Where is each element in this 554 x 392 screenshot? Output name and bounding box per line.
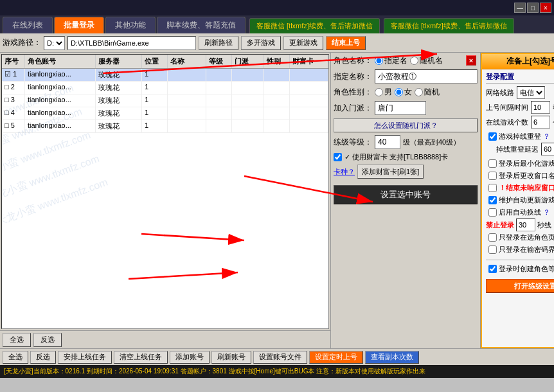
row-faction	[232, 107, 264, 120]
clear-task-button[interactable]: 清空上线任务	[114, 351, 168, 364]
male-radio[interactable]	[375, 88, 383, 96]
game-path-input[interactable]	[67, 36, 196, 50]
row-num: □ 4	[2, 107, 25, 120]
table-row[interactable]: □ 2 tianlongxiao... 玫瑰花 1	[2, 82, 328, 94]
specify-name-row: 指定名称：	[334, 69, 478, 84]
row-name	[168, 107, 206, 120]
login-time-label: 登录时创建角色等级	[499, 264, 554, 274]
form-close-button[interactable]: ×	[466, 55, 476, 66]
update-game-button[interactable]: 更新游戏	[283, 36, 323, 50]
only-pw-page-checkbox[interactable]	[488, 245, 497, 254]
row-level	[206, 82, 232, 94]
random-gender-label: 随机	[424, 87, 440, 98]
level-hint: 级（最高到40级）	[403, 138, 460, 147]
female-radio[interactable]	[395, 88, 403, 96]
check-script-button[interactable]: 查看副本次数	[365, 351, 419, 364]
delay-input[interactable]	[541, 143, 554, 156]
set-account-button[interactable]: 设置选中账号	[334, 185, 478, 204]
interval-input[interactable]	[531, 101, 550, 114]
faction-input[interactable]	[375, 101, 426, 115]
no-respond-label: ！结束未响应窗口！	[499, 183, 554, 193]
add-account-button[interactable]: 添加账号	[170, 351, 210, 364]
col-header-server: 服务器	[96, 55, 142, 68]
taskbar-invert-button[interactable]: 反选	[30, 351, 56, 364]
male-radio-label[interactable]: 男	[375, 87, 392, 98]
ban-input[interactable]	[516, 218, 535, 231]
col-header-level: 等级	[206, 55, 232, 68]
tab-script-recharge[interactable]: 脚本续费、答题充值	[157, 17, 246, 33]
row-name	[168, 69, 206, 81]
online-count-input[interactable]	[531, 116, 550, 129]
only-select-page-label: 只登录在选角色页面	[499, 233, 554, 242]
how-faction-button[interactable]: 怎么设置随机门派？	[334, 118, 478, 132]
row-faction	[232, 94, 264, 107]
select-all-left-button[interactable]: 全选	[3, 333, 31, 347]
multi-game-button[interactable]: 多开游戏	[241, 36, 281, 50]
maximize-button[interactable]: □	[527, 3, 539, 13]
row-gender	[264, 120, 290, 132]
tab-other-functions[interactable]: 其他功能	[105, 17, 156, 33]
minimize-checkbox[interactable]	[488, 159, 497, 168]
only-select-page-check-row: 只登录在选角色页面	[486, 231, 554, 244]
col-header-card: 财富卡	[290, 55, 328, 68]
row-num: □ 5	[2, 120, 25, 132]
table-row[interactable]: □ 5 tianlongxiao... 玫瑰花 1	[2, 120, 328, 133]
prepare-section: 准备上[勾选]号... 登录配置 网络线路 电信 上号间隔时间 秒	[481, 53, 554, 348]
respawn-checkbox[interactable]	[488, 132, 497, 141]
random-gender-radio-label[interactable]: 随机	[415, 87, 440, 98]
title-bar: — □ ×	[0, 0, 554, 15]
row-num: □ 3	[2, 94, 25, 107]
respawn-check-row: 游戏掉线重登 ？	[486, 130, 554, 143]
specify-name-radio[interactable]	[375, 57, 383, 65]
auto-switch-help-link[interactable]: ？	[543, 208, 550, 217]
use-card-checkbox[interactable]	[334, 153, 342, 161]
interval-label: 上号间隔时间	[486, 103, 528, 112]
taskbar-select-all-button[interactable]: 全选	[3, 351, 28, 364]
row-card	[290, 69, 328, 81]
open-level-button[interactable]: 打开练级设置	[486, 279, 554, 293]
specify-name-radio-label[interactable]: 指定名	[375, 55, 407, 66]
close-button[interactable]: ×	[540, 3, 551, 13]
refresh-path-button[interactable]: 刷新路径	[199, 36, 238, 50]
arrange-task-button[interactable]: 安排上线任务	[58, 351, 112, 364]
card-check-row: ✓ 使用财富卡 支持[TLBB8888]卡	[334, 152, 478, 162]
gender-row: 角色性别： 男 女 随机	[334, 87, 478, 98]
rename-checkbox[interactable]	[488, 172, 497, 180]
table-row[interactable]: □ 3 tianlongxiao... 玫瑰花 1	[2, 94, 328, 107]
specify-name-input[interactable]	[375, 69, 478, 84]
auto-switch-checkbox[interactable]	[488, 208, 497, 217]
refresh-account-button[interactable]: 刷新账号	[211, 351, 251, 364]
tab-batch-login[interactable]: 批量登录	[54, 17, 104, 33]
random-name-radio-label[interactable]: 随机名	[410, 55, 443, 66]
row-server: 玫瑰花	[96, 82, 142, 94]
invert-left-button[interactable]: 反选	[33, 333, 62, 347]
end-game-button[interactable]: 结束上号	[326, 36, 366, 50]
add-card-button[interactable]: 添加财富卡[刷1张]	[357, 165, 424, 179]
random-name-radio[interactable]	[410, 57, 418, 65]
network-select[interactable]: 电信	[517, 86, 545, 99]
level-input[interactable]	[375, 135, 400, 149]
right-config-panel: 准备上[勾选]号... 登录配置 网络线路 电信 上号间隔时间 秒	[481, 53, 554, 348]
minimize-button[interactable]: —	[514, 3, 526, 13]
delay-row: 掉线重登延迟 秒	[486, 143, 554, 156]
random-gender-radio[interactable]	[415, 88, 423, 96]
drive-select[interactable]: D:	[44, 36, 65, 50]
female-radio-label[interactable]: 女	[395, 87, 412, 98]
status-bar: [天龙小蛮]当前版本：0216.1 到期时间：2026-05-04 19:09:…	[0, 365, 554, 378]
level-row: 练级等级： 级（最高到40级）	[334, 135, 478, 149]
table-row[interactable]: □ 4 tianlongxiao... 玫瑰花 1	[2, 107, 328, 120]
row-num: ☑ 1	[2, 69, 25, 81]
config-file-button[interactable]: 设置账号文件	[253, 351, 307, 364]
set-timer-button[interactable]: 设置定时上号	[309, 351, 363, 364]
tab-online-list[interactable]: 在线列表	[3, 17, 53, 33]
login-time-checkbox[interactable]	[488, 265, 497, 273]
auto-update-checkbox[interactable]	[488, 196, 497, 204]
respawn-help-link[interactable]: ？	[543, 132, 550, 141]
col-header-num: 序号	[2, 55, 25, 68]
row-account: tianlongxiao...	[25, 107, 96, 120]
account-table: 序号 角色账号 服务器 位置 名称 等级 门派 性别 财富卡 ☑ 1 tianl…	[1, 54, 329, 329]
no-respond-checkbox[interactable]	[488, 184, 497, 192]
card-row: 卡种？ 添加财富卡[刷1张]	[334, 165, 478, 179]
only-select-page-checkbox[interactable]	[488, 233, 497, 242]
table-row[interactable]: ☑ 1 tianlongxiao... 玫瑰花 1	[2, 69, 328, 82]
